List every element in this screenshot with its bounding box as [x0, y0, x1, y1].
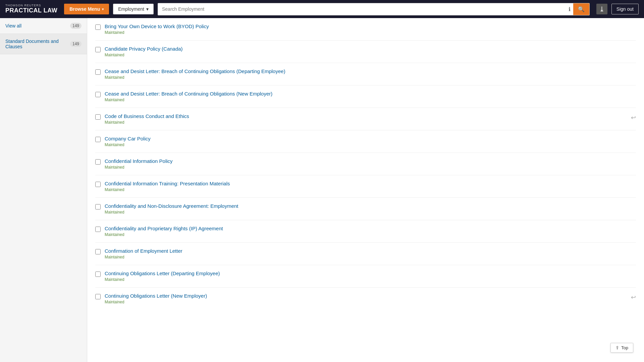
- doc-status-8: Maintained: [105, 210, 636, 215]
- doc-checkbox-11[interactable]: [95, 272, 101, 277]
- employment-arrow-icon: ▾: [146, 6, 149, 12]
- doc-title-6[interactable]: Confidential Information Policy: [105, 158, 173, 164]
- doc-title-3[interactable]: Cease and Desist Letter: Breach of Conti…: [105, 91, 272, 97]
- view-all-label: View all: [5, 23, 21, 28]
- browse-menu-arrow-icon: ▾: [102, 7, 104, 11]
- doc-status-12: Maintained: [105, 300, 627, 304]
- doc-checkbox-8[interactable]: [95, 204, 101, 209]
- doc-checkbox-1[interactable]: [95, 47, 101, 52]
- doc-info-1: Candidate Privacy Policy (Canada) Mainta…: [105, 46, 636, 57]
- top-button-label: Top: [621, 345, 628, 350]
- doc-status-9: Maintained: [105, 232, 636, 237]
- doc-title-8[interactable]: Confidentiality and Non-Disclosure Agree…: [105, 203, 238, 209]
- doc-checkbox-9[interactable]: [95, 227, 101, 232]
- doc-info-2: Cease and Desist Letter: Breach of Conti…: [105, 68, 636, 80]
- list-item: Bring Your Own Device to Work (BYOD) Pol…: [95, 18, 636, 41]
- browse-menu-label: Browse Menu: [69, 6, 100, 12]
- doc-checkbox-10[interactable]: [95, 249, 101, 254]
- list-item: Confidentiality and Non-Disclosure Agree…: [95, 198, 636, 220]
- search-container: ℹ 🔍: [158, 3, 590, 15]
- search-icon: 🔍: [578, 6, 585, 12]
- doc-info-8: Confidentiality and Non-Disclosure Agree…: [105, 203, 636, 215]
- list-item: Code of Business Conduct and Ethics Main…: [95, 108, 636, 130]
- top-arrow-icon: ⇧: [615, 345, 619, 350]
- standard-docs-label: Standard Documents and Clauses: [5, 39, 70, 49]
- doc-title-9[interactable]: Confidentiality and Proprietary Rights (…: [105, 226, 223, 231]
- doc-status-1: Maintained: [105, 53, 636, 57]
- list-item: Confirmation of Employment Letter Mainta…: [95, 243, 636, 265]
- header-right: ⤓ Sign out: [596, 4, 639, 14]
- doc-checkbox-5[interactable]: [95, 137, 101, 142]
- doc-status-6: Maintained: [105, 165, 636, 170]
- doc-title-12[interactable]: Continuing Obligations Letter (New Emplo…: [105, 293, 207, 299]
- doc-preview-icon-4[interactable]: ↩: [631, 114, 636, 121]
- list-item: Confidential Information Training: Prese…: [95, 175, 636, 198]
- doc-info-11: Continuing Obligations Letter (Departing…: [105, 270, 636, 282]
- doc-info-4: Code of Business Conduct and Ethics Main…: [105, 113, 627, 125]
- doc-status-10: Maintained: [105, 255, 636, 259]
- sign-out-button[interactable]: Sign out: [611, 4, 639, 14]
- doc-title-10[interactable]: Confirmation of Employment Letter: [105, 248, 182, 254]
- doc-title-4[interactable]: Code of Business Conduct and Ethics: [105, 113, 189, 119]
- doc-info-5: Company Car Policy Maintained: [105, 136, 636, 147]
- logo: THOMSON REUTERS PRACTICAL LAW: [5, 4, 57, 14]
- search-input[interactable]: [158, 4, 566, 14]
- doc-info-0: Bring Your Own Device to Work (BYOD) Pol…: [105, 23, 636, 35]
- doc-status-11: Maintained: [105, 277, 636, 282]
- header: THOMSON REUTERS PRACTICAL LAW Browse Men…: [0, 0, 644, 18]
- sidebar: View all 149 Standard Documents and Clau…: [0, 18, 87, 362]
- doc-title-5[interactable]: Company Car Policy: [105, 136, 151, 141]
- doc-status-4: Maintained: [105, 120, 627, 125]
- doc-info-3: Cease and Desist Letter: Breach of Conti…: [105, 91, 636, 102]
- doc-title-0[interactable]: Bring Your Own Device to Work (BYOD) Pol…: [105, 23, 209, 29]
- doc-title-1[interactable]: Candidate Privacy Policy (Canada): [105, 46, 183, 52]
- doc-status-0: Maintained: [105, 30, 636, 35]
- doc-info-9: Confidentiality and Proprietary Rights (…: [105, 226, 636, 237]
- list-item: Continuing Obligations Letter (Departing…: [95, 265, 636, 288]
- search-button[interactable]: 🔍: [573, 3, 589, 15]
- doc-status-3: Maintained: [105, 98, 636, 102]
- employment-dropdown-button[interactable]: Employment ▾: [113, 4, 154, 14]
- doc-checkbox-7[interactable]: [95, 182, 101, 187]
- list-item: Confidentiality and Proprietary Rights (…: [95, 220, 636, 243]
- list-item: Confidential Information Policy Maintain…: [95, 153, 636, 175]
- browse-menu-button[interactable]: Browse Menu ▾: [64, 4, 109, 14]
- bookmark-icon[interactable]: ⤓: [596, 4, 607, 14]
- list-item: Continuing Obligations Letter (New Emplo…: [95, 288, 636, 310]
- doc-checkbox-4[interactable]: [95, 114, 101, 120]
- sign-out-label: Sign out: [616, 6, 634, 12]
- search-info-icon[interactable]: ℹ: [566, 6, 573, 12]
- doc-title-11[interactable]: Continuing Obligations Letter (Departing…: [105, 270, 220, 276]
- document-list: Bring Your Own Device to Work (BYOD) Pol…: [95, 18, 636, 310]
- doc-preview-icon-12[interactable]: ↩: [631, 294, 636, 301]
- content-area: Bring Your Own Device to Work (BYOD) Pol…: [87, 18, 644, 362]
- doc-checkbox-0[interactable]: [95, 24, 101, 30]
- main-layout: View all 149 Standard Documents and Clau…: [0, 18, 644, 362]
- doc-checkbox-12[interactable]: [95, 294, 101, 299]
- employment-label: Employment: [118, 6, 144, 12]
- doc-status-5: Maintained: [105, 142, 636, 147]
- doc-info-6: Confidential Information Policy Maintain…: [105, 158, 636, 170]
- sidebar-item-view-all[interactable]: View all 149: [0, 18, 87, 34]
- doc-title-2[interactable]: Cease and Desist Letter: Breach of Conti…: [105, 68, 285, 74]
- top-button[interactable]: ⇧ Top: [610, 343, 633, 353]
- doc-title-7[interactable]: Confidential Information Training: Prese…: [105, 181, 230, 186]
- doc-status-7: Maintained: [105, 187, 636, 192]
- view-all-count: 149: [70, 23, 82, 29]
- list-item: Company Car Policy Maintained: [95, 130, 636, 153]
- doc-checkbox-6[interactable]: [95, 159, 101, 165]
- doc-status-2: Maintained: [105, 75, 636, 80]
- list-item: Cease and Desist Letter: Breach of Conti…: [95, 85, 636, 108]
- doc-checkbox-3[interactable]: [95, 92, 101, 97]
- doc-checkbox-2[interactable]: [95, 69, 101, 75]
- list-item: Candidate Privacy Policy (Canada) Mainta…: [95, 41, 636, 63]
- doc-info-10: Confirmation of Employment Letter Mainta…: [105, 248, 636, 259]
- logo-main-text: PRACTICAL LAW: [5, 7, 57, 14]
- doc-info-12: Continuing Obligations Letter (New Emplo…: [105, 293, 627, 304]
- sidebar-item-standard-docs[interactable]: Standard Documents and Clauses 149: [0, 34, 87, 54]
- doc-info-7: Confidential Information Training: Prese…: [105, 181, 636, 192]
- list-item: Cease and Desist Letter: Breach of Conti…: [95, 63, 636, 85]
- standard-docs-count: 149: [70, 41, 82, 47]
